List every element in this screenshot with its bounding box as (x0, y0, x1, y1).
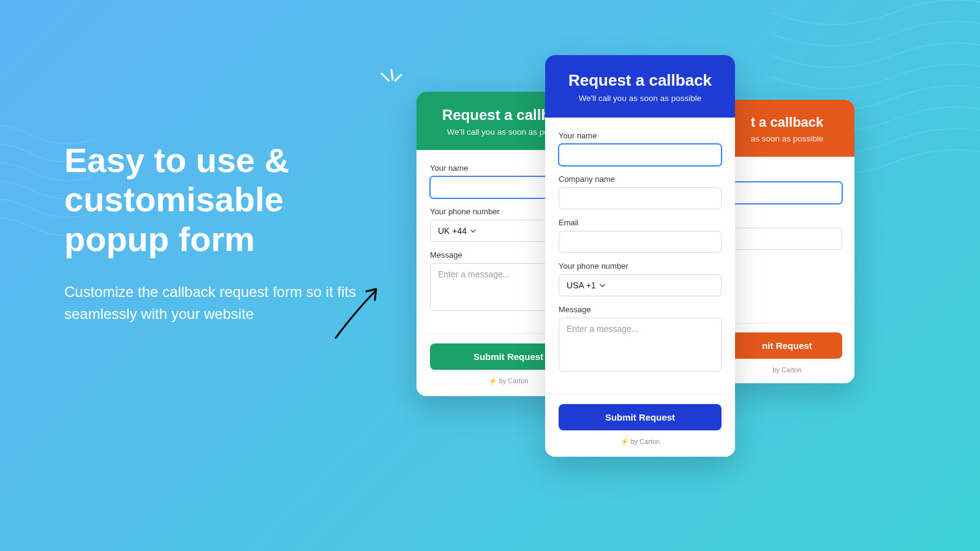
bolt-icon: ⚡ (620, 438, 629, 445)
name-input[interactable] (559, 144, 722, 166)
sparkle-icon (377, 67, 406, 97)
card-header: Request a callback We'll call you as soo… (545, 55, 735, 118)
hero: Easy to use & customisable popup form Cu… (64, 141, 358, 325)
name-input[interactable] (732, 182, 842, 204)
svg-line-1 (391, 70, 393, 80)
hero-headline: Easy to use & customisable popup form (64, 141, 358, 259)
chevron-down-icon (470, 228, 477, 234)
phone-selected-value: UK +44 (438, 226, 467, 236)
phone-selected-value: USA +1 (567, 280, 596, 290)
phone-label: Your phone number (559, 261, 722, 271)
name-label: Your name (559, 131, 722, 140)
bolt-icon: ⚡ (489, 377, 497, 384)
card-header: t a callback as soon as possible (720, 100, 854, 157)
hero-subhead: Customize the callback request form so i… (64, 281, 358, 325)
callback-card-blue: Request a callback We'll call you as soo… (545, 55, 735, 457)
card-subtitle: as soon as possible (731, 134, 843, 143)
message-input[interactable] (559, 318, 722, 372)
callback-card-orange: t a callback as soon as possible nit Req… (720, 100, 854, 383)
byline-text: by Carton (772, 366, 802, 373)
phone-country-select[interactable]: USA +1 (559, 274, 722, 296)
company-label: Company name (559, 174, 722, 184)
byline-text: by Carton (631, 438, 660, 445)
byline-text: by Carton (499, 377, 529, 384)
byline: by Carton (732, 366, 842, 373)
card-title: t a callback (731, 114, 843, 130)
svg-line-2 (395, 75, 401, 81)
message-label: Message (559, 305, 722, 314)
card-title: Request a callback (557, 71, 723, 90)
submit-button[interactable]: nit Request (732, 332, 842, 359)
chevron-down-icon (599, 282, 606, 289)
submit-button[interactable]: Submit Request (559, 404, 722, 430)
svg-line-0 (382, 73, 389, 81)
generic-input[interactable] (732, 228, 842, 250)
byline: ⚡ by Carton (559, 438, 722, 446)
email-input[interactable] (559, 231, 722, 253)
email-label: Email (559, 218, 722, 227)
card-subtitle: We'll call you as soon as possible (557, 94, 723, 103)
company-input[interactable] (559, 187, 722, 209)
